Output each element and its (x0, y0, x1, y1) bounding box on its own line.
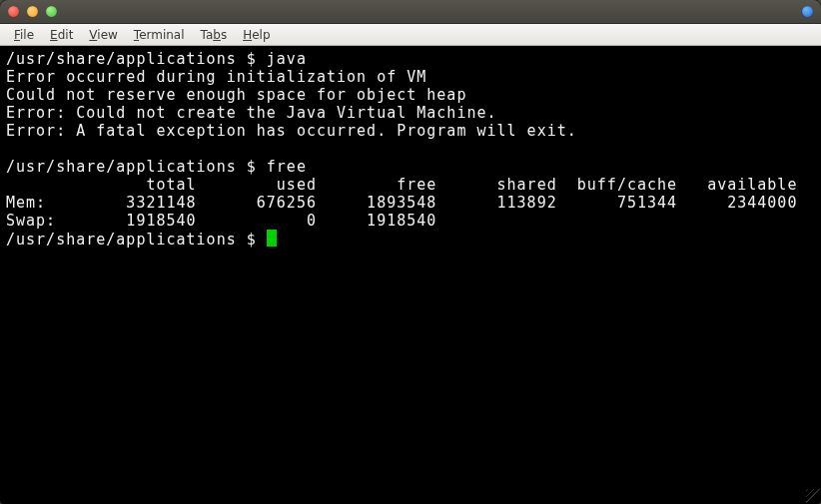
free-header: total used free shared buff/cache availa… (6, 176, 797, 194)
prompt-sep: $ (237, 50, 267, 68)
menu-tabs-pre: Ta (201, 28, 214, 42)
status-dot-icon (802, 6, 813, 17)
menu-terminal-rest: erminal (139, 28, 184, 42)
prompt-cwd: /usr/share/applications (6, 158, 237, 176)
terminal-area[interactable]: /usr/share/applications $ java Error occ… (0, 46, 821, 504)
java-output-line-3: Error: Could not create the Java Virtual… (6, 104, 497, 122)
menu-view-rest: iew (97, 28, 118, 42)
menu-edit-rest: dit (58, 28, 74, 42)
terminal-window: File Edit View Terminal Tabs Help /usr/s… (0, 0, 821, 504)
menu-tabs-rest: s (221, 28, 227, 42)
command-free: free (267, 158, 307, 176)
java-output-line-1: Error occurred during initialization of … (6, 68, 426, 86)
maximize-icon[interactable] (46, 6, 57, 17)
menu-view[interactable]: View (81, 27, 125, 43)
menu-help-rest: elp (252, 28, 270, 42)
menu-help[interactable]: Help (235, 27, 278, 43)
close-icon[interactable] (8, 6, 19, 17)
free-mem-row: Mem: 3321148 676256 1893548 113892 75134… (6, 194, 797, 212)
minimize-icon[interactable] (27, 6, 38, 17)
java-output-line-4: Error: A fatal exception has occurred. P… (6, 122, 577, 140)
prompt-cwd: /usr/share/applications (6, 231, 237, 249)
menu-file-rest: ile (20, 28, 34, 42)
cursor-block (267, 230, 277, 247)
menu-terminal[interactable]: Terminal (126, 27, 193, 43)
command-java: java (267, 50, 307, 68)
menu-tabs[interactable]: Tabs (193, 27, 236, 43)
titlebar[interactable] (0, 0, 821, 24)
menubar: File Edit View Terminal Tabs Help (0, 24, 821, 46)
prompt-sep: $ (237, 231, 267, 249)
window-controls (8, 6, 57, 17)
menu-edit[interactable]: Edit (42, 27, 81, 43)
prompt-cwd: /usr/share/applications (6, 50, 237, 68)
resize-grip-icon[interactable] (806, 489, 820, 503)
menu-file[interactable]: File (6, 27, 42, 43)
prompt-sep: $ (237, 158, 267, 176)
java-output-line-2: Could not reserve enough space for objec… (6, 86, 466, 104)
free-swap-row: Swap: 1918540 0 1918540 (6, 212, 436, 230)
